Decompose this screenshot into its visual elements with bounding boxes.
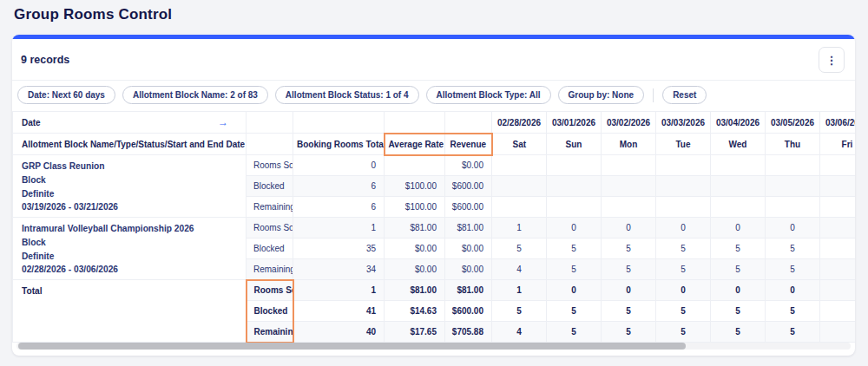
block-date-range: 02/28/2026 - 03/06/2026 [22,263,239,277]
day-value-cell: 5 [492,301,547,322]
booking-rooms-total-cell: 6 [293,197,385,218]
day-value-cell: 5 [547,239,602,259]
block-date-range: 03/19/2026 - 03/21/2026 [22,200,239,214]
block-status: Definite [22,250,239,264]
day-value-cell [711,197,766,218]
sort-right-arrow-icon[interactable]: → [218,116,228,128]
block-name: GRP Class Reunion [22,160,239,173]
day-value-cell: 5 [547,322,602,343]
day-value-cell: 0 [547,280,602,301]
day-value-cell: 5 [602,322,656,343]
day-value-cell [711,176,766,197]
day-value-cell [547,155,602,176]
day-value-cell: 0 [656,218,711,239]
day-value-cell [820,280,856,301]
booking-rooms-total-header: Booking Rooms Total [293,134,385,155]
average-rate-cell: $100.00 [385,176,445,197]
day-value-cell: 5 [766,239,820,259]
day-value-cell: 5 [711,322,766,343]
day-value-cell: 5 [656,259,711,280]
average-rate-header: Average Rate [385,134,445,155]
page-title: Group Rooms Control [14,6,172,23]
allotment-block-info-cell: Intramural Volleyball Championship 2026B… [13,218,247,280]
day-value-cell: 0 [547,218,602,239]
filter-chips-row: Date: Next 60 days Allotment Block Name:… [12,80,855,111]
revenue-cell: $600.00 [445,301,492,322]
day-value-cell: 4 [492,322,547,343]
day-value-cell: 5 [656,322,711,343]
day-value-cell [547,176,602,197]
table-row: Intramural Volleyball Championship 2026B… [13,218,856,239]
day-value-cell [656,155,711,176]
booking-rooms-total-cell: 41 [293,301,385,322]
average-rate-cell: $81.00 [385,280,445,301]
day-value-cell: 0 [766,280,820,301]
header-row-labels: Allotment Block Name/Type/Status/Start a… [13,134,856,155]
average-rate-cell: $81.00 [385,218,445,239]
filter-chip-block-type[interactable]: Allotment Block Type: All [426,86,551,104]
table-row: GRP Class ReunionBlockDefinite03/19/2026… [13,155,856,176]
total-section-label-cell: Total [13,280,247,343]
day-value-cell: 5 [602,239,656,259]
row-type-label: Rooms Sold [247,280,293,301]
average-rate-cell: $0.00 [385,259,445,280]
day-value-cell: 0 [766,218,820,239]
average-rate-cell: $17.65 [385,322,445,343]
day-value-cell [766,155,820,176]
block-name: Intramural Volleyball Championship 2026 [22,222,239,236]
reset-filters-button[interactable]: Reset [662,86,707,104]
revenue-cell: $81.00 [445,280,492,301]
records-header: 9 records ⋮ [12,39,855,80]
block-type: Block [22,173,239,187]
day-value-cell: 4 [492,259,547,280]
day-value-cell [820,176,856,197]
day-value-cell: 5 [547,301,602,322]
day-value-cell [766,176,820,197]
day-value-cell: 5 [547,259,602,280]
revenue-header: Revenue [445,134,492,155]
average-rate-cell [385,155,445,176]
revenue-cell: $600.00 [445,176,492,197]
date-sort-header[interactable]: Date → [13,112,247,134]
day-value-cell: 5 [766,259,820,280]
day-value-cell: 1 [492,218,547,239]
filter-chip-block-name[interactable]: Allotment Block Name: 2 of 83 [122,86,268,104]
row-type-label: Remaining [247,259,293,280]
day-value-cell: 0 [602,218,656,239]
block-sort-header[interactable]: Allotment Block Name/Type/Status/Start a… [13,134,247,155]
chip-divider [653,88,654,102]
filter-chip-group-by[interactable]: Group by: None [558,86,645,104]
filter-chip-date[interactable]: Date: Next 60 days [17,86,115,104]
day-column-header: Fri [820,134,856,155]
day-value-cell: 0 [602,280,656,301]
empty-header-cell [293,112,385,134]
group-rooms-card: 9 records ⋮ Date: Next 60 days Allotment… [12,35,855,356]
filter-chip-block-status[interactable]: Allotment Block Status: 1 of 4 [275,86,419,104]
day-column-header: Sat [492,134,547,155]
revenue-cell: $0.00 [445,239,492,259]
day-value-cell: 5 [602,301,656,322]
day-column-header: Mon [602,134,656,155]
booking-rooms-total-cell: 1 [293,280,385,301]
day-value-cell: 5 [711,239,766,259]
date-column-header: 02/28/2026 [492,112,547,134]
day-value-cell: 0 [656,280,711,301]
more-options-button[interactable]: ⋮ [819,47,845,73]
horizontal-scrollbar[interactable] [16,343,851,350]
grc-table: Date → 02/28/2026 03/01/2026 03/02/2026 … [12,111,855,343]
day-value-cell: 5 [766,322,820,343]
block-status: Definite [22,187,239,201]
horizontal-scrollbar-thumb[interactable] [18,343,686,350]
revenue-cell: $0.00 [445,155,492,176]
day-value-cell [656,176,711,197]
day-value-cell [820,239,856,259]
date-column-header: 03/04/2026 [711,112,766,134]
day-value-cell: 5 [766,301,820,322]
day-value-cell [820,155,856,176]
kebab-menu-icon: ⋮ [826,55,838,66]
row-type-label: Blocked [247,176,293,197]
allotment-block-info-cell: GRP Class ReunionBlockDefinite03/19/2026… [13,155,247,218]
revenue-cell: $81.00 [445,218,492,239]
day-column-header: Tue [656,134,711,155]
day-value-cell: 5 [656,301,711,322]
